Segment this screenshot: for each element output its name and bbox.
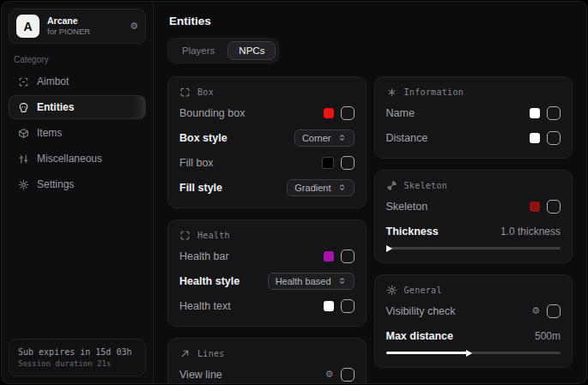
card-header: Information xyxy=(386,87,561,98)
row-controls: Corner xyxy=(294,129,355,147)
card-header: Skeleton xyxy=(386,180,561,191)
dropdown-box-style[interactable]: Corner xyxy=(294,129,355,147)
slider-handle[interactable] xyxy=(386,245,392,252)
sidebar-item-settings[interactable]: Settings xyxy=(9,172,146,196)
row-label: Health bar xyxy=(179,250,229,262)
slider-handle[interactable] xyxy=(466,350,472,357)
row-visibility-check: Visibility check⚙ xyxy=(386,301,561,321)
row-settings-gear-icon[interactable]: ⚙ xyxy=(325,370,334,379)
sidebar-item-miscellaneous[interactable]: Miscellaneous xyxy=(9,147,146,171)
row-controls xyxy=(530,131,561,145)
checkbox-health-bar[interactable] xyxy=(341,250,355,263)
row-max-distance: Max distance500m xyxy=(386,326,561,346)
card-health: HealthHealth barHealth styleHealth based… xyxy=(167,220,367,327)
dropdown-fill-style[interactable]: Gradient xyxy=(287,179,354,196)
dropdown-value: Corner xyxy=(302,133,331,143)
sidebar-item-label: Entities xyxy=(37,101,74,113)
brand-title: Arcane xyxy=(47,15,122,27)
slider-track[interactable] xyxy=(386,247,561,250)
row-controls xyxy=(324,106,355,120)
brand-logo: A xyxy=(16,15,39,38)
card-general: GeneralVisibility check⚙Max distance500m xyxy=(374,274,573,368)
row-label: Name xyxy=(386,107,415,119)
color-swatch[interactable] xyxy=(530,202,540,212)
sidebar-nav: AimbotEntitiesItemsMiscellaneousSettings xyxy=(9,69,146,196)
card-title: Box xyxy=(197,87,214,97)
row-bounding-box: Bounding box xyxy=(179,103,355,123)
row-controls xyxy=(324,299,355,313)
checkbox-view-line[interactable] xyxy=(341,368,355,382)
aimbot-scan-icon xyxy=(18,76,29,87)
sidebar-item-label: Settings xyxy=(37,178,74,190)
checkbox-health-text[interactable] xyxy=(341,299,355,313)
dropdown-health-style[interactable]: Health based xyxy=(268,273,355,290)
sidebar-item-items[interactable]: Items xyxy=(9,121,146,145)
chevrons-up-down-icon xyxy=(337,276,347,286)
row-label: Bounding box xyxy=(179,107,245,119)
tab-players[interactable]: Players xyxy=(171,41,226,60)
tab-bar: PlayersNPCs xyxy=(167,38,279,63)
row-controls xyxy=(530,106,561,120)
chevrons-up-down-icon xyxy=(337,133,347,142)
row-label: Box style xyxy=(179,132,227,144)
row-box-style: Box styleCorner xyxy=(179,128,355,147)
slider-thickness[interactable] xyxy=(386,244,561,252)
row-label: Skeleton xyxy=(386,201,428,213)
color-swatch[interactable] xyxy=(530,133,540,143)
card-title: Information xyxy=(404,87,464,97)
checkbox-bounding-box[interactable] xyxy=(341,106,355,120)
row-distance: Distance xyxy=(386,128,561,147)
sub-expiry-text: Sub expires in 15d 03h xyxy=(18,346,136,358)
row-settings-gear-icon[interactable]: ⚙ xyxy=(531,306,540,316)
slider-value: 1.0 thickness xyxy=(500,226,561,238)
card-title: Lines xyxy=(197,349,225,358)
row-health-bar: Health bar xyxy=(179,246,355,266)
row-label: Visibility check xyxy=(386,305,456,317)
items-cube-icon xyxy=(18,128,29,139)
row-fill-style: Fill styleGradient xyxy=(179,177,355,197)
color-swatch[interactable] xyxy=(322,157,334,169)
left-column: BoxBounding boxBox styleCornerFill boxFi… xyxy=(167,76,367,383)
sidebar-item-entities[interactable]: Entities xyxy=(9,95,146,119)
row-health-style: Health styleHealth based xyxy=(179,271,355,291)
row-label: View line xyxy=(179,369,222,381)
card-header: General xyxy=(386,285,561,296)
card-header: Lines xyxy=(179,348,355,359)
row-label: Fill style xyxy=(179,182,222,194)
dropdown-value: Gradient xyxy=(294,183,330,193)
row-label: Health style xyxy=(179,275,239,287)
color-swatch[interactable] xyxy=(530,108,540,118)
color-swatch[interactable] xyxy=(324,108,334,118)
checkbox-fill-box[interactable] xyxy=(341,156,355,170)
sidebar-item-aimbot[interactable]: Aimbot xyxy=(9,69,146,93)
row-controls xyxy=(324,250,355,263)
session-duration-text: Session duration 21s xyxy=(18,358,136,370)
tab-npcs[interactable]: NPCs xyxy=(227,41,276,60)
card-title: General xyxy=(404,286,442,295)
row-label: Fill box xyxy=(179,157,214,169)
row-label: Distance xyxy=(386,132,428,144)
card-title: Health xyxy=(197,231,230,240)
color-swatch[interactable] xyxy=(324,251,334,262)
card-title: Skeleton xyxy=(404,181,448,190)
chevrons-up-down-icon xyxy=(337,183,347,192)
category-label: Category xyxy=(14,55,141,64)
color-swatch[interactable] xyxy=(324,301,334,311)
slider-max-distance[interactable] xyxy=(386,349,561,357)
checkbox-skeleton[interactable] xyxy=(547,200,561,214)
main-panel: Entities PlayersNPCs BoxBounding boxBox … xyxy=(154,2,586,383)
subscription-info-box: Sub expires in 15d 03h Session duration … xyxy=(9,339,146,377)
slider-value: 500m xyxy=(535,330,561,342)
sidebar-item-label: Items xyxy=(37,127,62,139)
brand-subtitle: for PIONER xyxy=(47,27,122,37)
checkbox-distance[interactable] xyxy=(547,131,561,145)
card-information: InformationNameDistance xyxy=(374,76,573,159)
checkbox-visibility-check[interactable] xyxy=(547,304,561,318)
brand-header: A Arcane for PIONER ⚙ xyxy=(9,9,146,44)
asterisk-icon xyxy=(386,87,397,98)
gear-icon[interactable]: ⚙ xyxy=(130,21,138,31)
row-controls xyxy=(322,156,355,170)
gear-icon xyxy=(18,179,29,190)
checkbox-name[interactable] xyxy=(547,106,561,120)
card-box: BoxBounding boxBox styleCornerFill boxFi… xyxy=(167,76,367,208)
